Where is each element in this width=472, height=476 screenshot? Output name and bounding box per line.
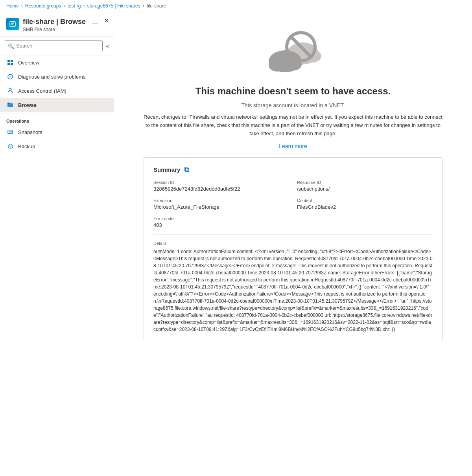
field-content: Content FilesGridBladev2	[297, 198, 433, 210]
field-session-id: Session ID 32865926de7248fd82deddd8adfe5…	[153, 180, 289, 192]
sidebar-item-backup-label: Backup	[18, 143, 35, 149]
extension-value: Microsoft_Azure_FileStorage	[153, 204, 289, 210]
breadcrumb-sep-3: ›	[83, 3, 85, 9]
breadcrumb-sep-4: ›	[143, 3, 144, 9]
error-subtitle: This storage account is located in a VNE…	[241, 102, 345, 108]
error-code-value: 403	[153, 222, 289, 228]
sidebar-item-backup[interactable]: Backup	[0, 139, 114, 153]
error-illustration	[262, 24, 324, 76]
more-options-button[interactable]: ...	[92, 18, 98, 26]
close-button[interactable]: ✕	[104, 17, 109, 24]
sidebar-item-diagnose[interactable]: Diagnose and solve problems	[0, 70, 114, 84]
breadcrumb-test-rg[interactable]: test-rg	[67, 3, 81, 9]
sidebar-item-browse-label: Browse	[18, 102, 37, 108]
backup-icon	[6, 142, 14, 150]
snapshots-icon	[6, 128, 14, 136]
sidebar-item-iam[interactable]: Access Control (IAM)	[0, 84, 114, 98]
collapse-sidebar-button[interactable]: «	[106, 43, 109, 49]
sidebar-item-iam-label: Access Control (IAM)	[18, 88, 66, 94]
breadcrumb-current: file-share	[147, 3, 166, 9]
error-code-label: Error code	[153, 216, 289, 221]
search-container: 🔍 «	[0, 37, 114, 55]
summary-grid: Session ID 32865926de7248fd82deddd8adfe5…	[153, 180, 433, 228]
content-value: FilesGridBladev2	[297, 204, 433, 210]
summary-card: Summary ⧉ Session ID 32865926de7248fd82d…	[144, 157, 442, 341]
field-extension: Extension Microsoft_Azure_FileStorage	[153, 198, 289, 210]
sidebar: file-share | Browse SMB File share ... ✕…	[0, 12, 114, 476]
extension-label: Extension	[153, 198, 289, 203]
svg-rect-6	[7, 63, 10, 65]
svg-rect-13	[9, 131, 12, 132]
session-id-value: 32865926de7248fd82deddd8adfe5f22	[153, 186, 289, 192]
main-content: This machine doesn't seem to have access…	[114, 12, 472, 476]
copy-icon[interactable]: ⧉	[184, 165, 189, 174]
sidebar-item-overview[interactable]: Overview	[0, 55, 114, 70]
breadcrumb-sep-2: ›	[63, 3, 65, 9]
operations-section-header: Operations	[0, 114, 114, 125]
diagnose-icon	[6, 73, 14, 81]
svg-rect-5	[11, 60, 13, 62]
sidebar-header: file-share | Browse SMB File share ... ✕	[0, 12, 114, 37]
sidebar-item-browse[interactable]: Browse	[0, 98, 114, 112]
search-icon: 🔍	[8, 43, 14, 49]
sidebar-item-overview-label: Overview	[18, 60, 39, 66]
summary-header: Summary ⧉	[153, 165, 433, 174]
error-title: This machine doesn't seem to have access…	[195, 86, 391, 97]
sidebar-item-snapshots-label: Snapshots	[18, 129, 42, 135]
session-id-label: Session ID	[153, 180, 289, 185]
file-share-icon	[6, 18, 19, 30]
svg-rect-1	[11, 21, 14, 22]
details-text: authMode: 1 code: AuthorizationFailure c…	[153, 248, 433, 333]
breadcrumb: Home › Resource groups › test-rg › stora…	[0, 0, 472, 12]
sidebar-item-snapshots[interactable]: Snapshots	[0, 125, 114, 139]
content-label: Content	[297, 198, 433, 203]
main-layout: file-share | Browse SMB File share ... ✕…	[0, 12, 472, 476]
error-description: Recent changes to "Firewalls and virtual…	[144, 113, 442, 138]
summary-title: Summary	[153, 166, 180, 173]
details-label: Details	[153, 241, 433, 246]
breadcrumb-sep-1: ›	[21, 3, 23, 9]
overview-icon	[6, 59, 14, 66]
resource-id-value: /subscriptions/	[297, 186, 433, 192]
iam-icon	[6, 87, 14, 95]
svg-point-18	[269, 59, 286, 72]
breadcrumb-resource-groups[interactable]: Resource groups	[25, 3, 61, 9]
svg-rect-11	[7, 103, 10, 104]
field-error-code: Error code 403	[153, 216, 289, 228]
field-resource-id: Resource ID /subscriptions/	[297, 180, 433, 192]
svg-point-9	[9, 88, 11, 91]
breadcrumb-storage[interactable]: storage8675 | File shares	[87, 3, 140, 9]
search-input[interactable]	[5, 40, 103, 51]
browse-icon	[6, 101, 14, 109]
learn-more-link[interactable]: Learn more	[279, 143, 307, 149]
resource-id-label: Resource ID	[297, 180, 433, 185]
breadcrumb-home[interactable]: Home	[6, 3, 19, 9]
svg-rect-7	[11, 63, 13, 65]
details-section: Details authMode: 1 code: AuthorizationF…	[153, 234, 433, 333]
svg-rect-4	[7, 60, 10, 62]
sidebar-subtitle: SMB File share	[23, 27, 107, 32]
sidebar-item-diagnose-label: Diagnose and solve problems	[18, 74, 85, 80]
svg-rect-10	[7, 103, 13, 107]
